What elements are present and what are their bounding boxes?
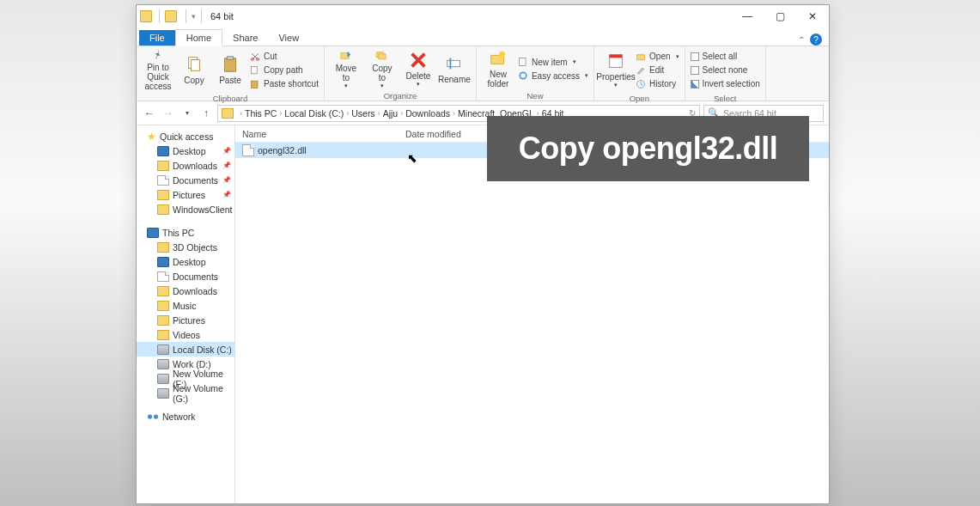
chevron-right-icon[interactable]: › — [240, 109, 242, 118]
nav-item-downloads[interactable]: Downloads — [137, 283, 234, 298]
breadcrumb-item[interactable]: Local Disk (C:) — [284, 108, 344, 119]
chevron-right-icon[interactable]: › — [453, 109, 455, 118]
annotation-overlay: Copy opengl32.dll — [487, 116, 809, 181]
breadcrumb-item[interactable]: This PC — [245, 108, 277, 119]
copy-path-icon — [250, 65, 260, 76]
ribbon-tabs: File Home Share View ⌃ ? — [137, 27, 829, 46]
cut-icon — [250, 52, 260, 62]
tab-view[interactable]: View — [268, 30, 309, 46]
nav-item-new-volume-g-[interactable]: New Volume (G:) — [137, 386, 234, 400]
label: Music — [173, 301, 196, 311]
select-none-button[interactable]: Select none — [691, 64, 760, 76]
svg-point-22 — [154, 414, 158, 418]
label: 3D Objects — [173, 242, 217, 253]
up-button[interactable]: ↑ — [198, 106, 214, 121]
close-button[interactable]: ✕ — [796, 5, 829, 27]
folder-icon[interactable] — [165, 10, 177, 22]
nav-item-music[interactable]: Music — [137, 298, 234, 313]
nav-item-documents[interactable]: Documents — [137, 269, 234, 283]
invert-selection-button[interactable]: Invert selection — [691, 77, 760, 90]
chevron-right-icon[interactable]: › — [279, 109, 282, 118]
nav-item-3d-objects[interactable]: 3D Objects — [137, 240, 234, 254]
forward-button[interactable]: → — [161, 106, 176, 121]
back-button[interactable]: ← — [142, 106, 157, 121]
copy-icon — [185, 55, 204, 74]
history-button[interactable]: History — [636, 77, 679, 90]
chevron-right-icon[interactable]: › — [378, 109, 380, 118]
nav-item-desktop[interactable]: Desktop — [137, 254, 234, 269]
pin-icon: 📌 — [222, 147, 231, 155]
paste-button[interactable]: Paste — [212, 50, 248, 91]
label: Copy path — [264, 65, 303, 75]
copy-to-button[interactable]: Copy to▾ — [364, 48, 400, 89]
recent-locations-button[interactable]: ▾ — [180, 106, 195, 121]
cut-button[interactable]: Cut — [250, 50, 319, 63]
paste-icon — [221, 55, 240, 74]
nav-item-windowsclient[interactable]: WindowsClient📌 — [137, 202, 234, 216]
svg-point-16 — [520, 72, 527, 79]
pin-to-quick-access-button[interactable]: Pin to Quick access — [140, 50, 176, 91]
qat-dropdown-icon[interactable]: ▾ — [192, 12, 196, 21]
nav-this-pc[interactable]: This PC — [137, 225, 234, 240]
label: Downloads — [173, 286, 217, 296]
nav-item-pictures[interactable]: Pictures📌 — [137, 187, 234, 202]
maximize-button[interactable]: ▢ — [764, 5, 796, 27]
new-item-button[interactable]: New item▾ — [518, 56, 588, 69]
label: Quick access — [160, 131, 213, 142]
label: Documents — [173, 271, 218, 282]
tab-home[interactable]: Home — [175, 29, 222, 46]
tab-share[interactable]: Share — [222, 30, 268, 46]
new-folder-button[interactable]: New folder — [480, 48, 516, 89]
label: Downloads — [173, 161, 217, 171]
label: Easy access — [532, 71, 580, 81]
svg-point-21 — [148, 414, 152, 418]
col-modified[interactable]: Date modified — [399, 129, 484, 139]
svg-rect-12 — [449, 58, 451, 69]
star-icon: ★ — [147, 131, 156, 143]
nav-item-documents[interactable]: Documents📌 — [137, 173, 234, 187]
label: Edit — [649, 65, 664, 75]
select-all-button[interactable]: Select all — [691, 50, 760, 63]
nav-quick-access[interactable]: ★Quick access — [137, 129, 234, 143]
open-button[interactable]: Open▾ — [636, 50, 679, 63]
properties-icon — [606, 52, 625, 70]
folder-icon — [157, 301, 169, 311]
properties-button[interactable]: Properties▾ — [598, 50, 634, 91]
nav-item-videos[interactable]: Videos — [137, 327, 234, 342]
copy-path-button[interactable]: Copy path — [250, 64, 319, 76]
nav-item-downloads[interactable]: Downloads📌 — [137, 158, 234, 173]
folder-icon — [157, 204, 169, 215]
label: This PC — [162, 228, 194, 238]
window-controls: — ▢ ✕ — [731, 5, 829, 27]
chevron-right-icon[interactable]: › — [346, 109, 349, 118]
breadcrumb-item[interactable]: Ajju — [383, 108, 399, 119]
window-title: 64 bit — [210, 11, 234, 21]
tab-file[interactable]: File — [139, 30, 175, 46]
move-to-icon — [337, 48, 356, 62]
collapse-ribbon-icon[interactable]: ⌃ — [798, 35, 805, 45]
file-list[interactable]: Name Date modified Type Size opengl32.dl… — [235, 125, 829, 503]
breadcrumb-item[interactable]: Users — [351, 108, 374, 119]
edit-icon — [636, 65, 646, 76]
copy-button[interactable]: Copy — [176, 50, 212, 91]
edit-button[interactable]: Edit — [636, 64, 679, 76]
minimize-button[interactable]: — — [731, 5, 764, 27]
nav-item-pictures[interactable]: Pictures — [137, 313, 234, 327]
nav-item-desktop[interactable]: Desktop📌 — [137, 143, 234, 158]
svg-rect-2 — [225, 58, 236, 72]
label: Delete — [405, 71, 430, 81]
label: Pin to Quick access — [140, 63, 176, 91]
easy-access-button[interactable]: Easy access▾ — [518, 70, 588, 82]
delete-button[interactable]: Delete▾ — [400, 48, 436, 89]
navigation-pane[interactable]: ★Quick access Desktop📌Downloads📌Document… — [137, 125, 235, 503]
paste-shortcut-button[interactable]: Paste shortcut — [250, 77, 319, 90]
nav-item-local-disk-c-[interactable]: Local Disk (C:) — [137, 342, 234, 357]
col-name[interactable]: Name — [235, 129, 399, 139]
ribbon-group-new: New folder New item▾ Easy access▾ New — [477, 46, 594, 101]
rename-button[interactable]: Rename — [436, 48, 472, 89]
chevron-right-icon[interactable]: › — [400, 109, 403, 118]
nav-network[interactable]: Network — [137, 409, 234, 424]
help-icon[interactable]: ? — [810, 34, 822, 46]
breadcrumb-item[interactable]: Downloads — [405, 108, 450, 119]
move-to-button[interactable]: Move to▾ — [328, 48, 364, 89]
